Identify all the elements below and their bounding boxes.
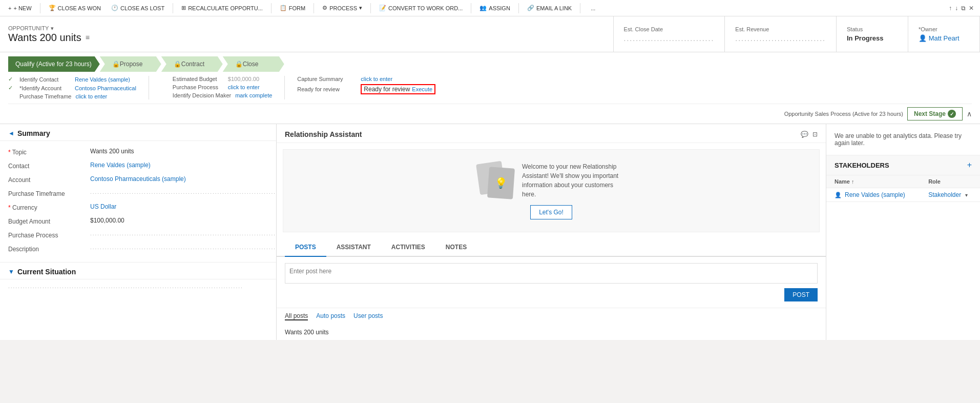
purchase-timeframe-value[interactable]: click to enter xyxy=(75,93,107,99)
toolbar-separator-4 xyxy=(314,3,314,13)
tab-notes[interactable]: NOTES xyxy=(435,238,477,257)
topic-label: Topic xyxy=(8,148,90,156)
tab-activities[interactable]: ACTIVITIES xyxy=(381,238,435,257)
close-as-lost-button[interactable]: 🕐 CLOSE AS LOST xyxy=(107,3,169,13)
execute-value[interactable]: Execute xyxy=(412,86,432,92)
post-input[interactable] xyxy=(285,263,818,284)
next-stage-check-icon: ✓ xyxy=(948,110,956,118)
toolbar-separator xyxy=(40,3,40,13)
lets-go-button[interactable]: Let's Go! xyxy=(530,205,572,219)
execute-highlight-box: Ready for review Execute xyxy=(361,84,435,94)
email-link-button[interactable]: 🔗 EMAIL A LINK xyxy=(523,3,576,13)
welcome-text: Welcome to your new Relationship Assista… xyxy=(522,162,624,199)
identify-account-value[interactable]: Contoso Pharmaceutical xyxy=(75,85,136,91)
post-entry: Wants 200 units xyxy=(277,325,826,340)
capture-summary-value[interactable]: click to enter xyxy=(361,76,392,82)
stakeholders-name-column-header: Name ↑ xyxy=(826,175,920,188)
filter-auto-posts[interactable]: Auto posts xyxy=(316,312,345,320)
collapse-process-button[interactable]: ∧ xyxy=(967,110,972,118)
currency-label: Currency xyxy=(8,203,90,211)
process-footer-text: Opportunity Sales Process (Active for 23… xyxy=(784,111,903,117)
stage-contract[interactable]: 🔒 Contract xyxy=(161,56,223,72)
entity-dropdown-icon: ▾ xyxy=(51,25,54,32)
tab-assistant[interactable]: ASSISTANT xyxy=(326,238,381,257)
restore-button[interactable]: ⧉ xyxy=(961,5,966,12)
stage-close[interactable]: 🔒 Close xyxy=(223,56,284,72)
post-area: POST xyxy=(277,257,826,308)
next-stage-button[interactable]: Next Stage ✓ xyxy=(907,107,963,120)
check-icon-1: ✓ xyxy=(8,76,15,83)
budget-amount-value: $100,000.00 xyxy=(90,217,268,224)
process-dropdown-icon: ▾ xyxy=(359,5,362,11)
more-button[interactable]: ... xyxy=(587,3,599,13)
menu-icon[interactable]: ≡ xyxy=(86,33,90,42)
decision-maker-value[interactable]: mark complete xyxy=(235,92,272,98)
grid-icon: ⊞ xyxy=(181,5,186,11)
convert-icon: 📝 xyxy=(379,5,386,11)
stage-qualify[interactable]: Qualify (Active for 23 hours) xyxy=(8,56,100,72)
account-value[interactable]: Contoso Pharmaceuticals (sample) xyxy=(90,175,268,183)
record-title: Wants 200 units ≡ xyxy=(8,32,605,44)
current-situation-value: ........................................… xyxy=(8,284,268,289)
assign-button[interactable]: 👥 ASSIGN xyxy=(475,3,514,13)
convert-button[interactable]: 📝 CONVERT TO WORK ORD... xyxy=(375,3,467,13)
owner-value[interactable]: 👤 Matt Peart xyxy=(919,34,969,42)
welcome-row: 💡 Welcome to your new Relationship Assis… xyxy=(478,162,624,199)
expand-icon[interactable]: ⊡ xyxy=(812,131,818,138)
process-col-3: Capture Summary click to enter Ready for… xyxy=(284,76,448,99)
tab-posts[interactable]: POSTS xyxy=(285,238,326,257)
check-icon-2: ✓ xyxy=(8,85,15,91)
stakeholder-avatar-icon: 👤 xyxy=(835,192,842,198)
welcome-icon-area: 💡 xyxy=(478,163,514,198)
topic-value: Wants 200 units xyxy=(90,148,268,155)
purchase-process-value[interactable]: click to enter xyxy=(228,84,260,90)
stakeholder-role-cell: Stakeholder ▾ xyxy=(920,188,980,202)
scroll-up-button[interactable]: ↑ xyxy=(949,5,952,12)
stakeholders-role-column-header: Role xyxy=(920,175,980,188)
lock-icon-propose: 🔒 xyxy=(112,61,120,68)
identify-account-label: *Identify Account xyxy=(19,85,71,91)
form-row-description: Description ............................… xyxy=(8,242,268,256)
filter-all-posts[interactable]: All posts xyxy=(285,312,308,320)
est-close-date-field: Est. Close Date ........................… xyxy=(614,16,725,52)
stakeholder-role-dropdown-icon[interactable]: ▾ xyxy=(965,192,968,198)
toolbar-separator-7 xyxy=(518,3,519,13)
header-area: OPPORTUNITY ▾ Wants 200 units ≡ Est. Clo… xyxy=(0,16,980,52)
analytics-message: We are unable to get analytics data. Ple… xyxy=(826,124,980,155)
identify-contact-value[interactable]: Rene Valdes (sample) xyxy=(75,76,130,83)
current-situation-collapse-icon[interactable]: ▼ xyxy=(8,268,14,275)
filter-user-posts[interactable]: User posts xyxy=(353,312,383,320)
toolbar-separator-5 xyxy=(370,3,371,13)
contact-value[interactable]: Rene Valdes (sample) xyxy=(90,162,268,169)
process-fields: ✓ Identify Contact Rene Valdes (sample) … xyxy=(8,76,972,104)
new-button[interactable]: + + NEW xyxy=(4,3,36,13)
stakeholder-role-value[interactable]: Stakeholder xyxy=(928,191,961,198)
process-field-purchase-process: Purchase Process click to enter xyxy=(161,84,272,90)
contact-label: Contact xyxy=(8,162,90,170)
form-row-currency: Currency US Dollar xyxy=(8,200,268,214)
chat-icon[interactable]: 💬 xyxy=(801,131,808,138)
entity-label[interactable]: OPPORTUNITY ▾ xyxy=(8,25,605,32)
form-icon: 📋 xyxy=(280,5,287,11)
post-button[interactable]: POST xyxy=(784,288,818,301)
stakeholder-name-link[interactable]: 👤 Rene Valdes (sample) xyxy=(835,191,912,198)
stage-steps: Qualify (Active for 23 hours) 🔒 Propose … xyxy=(8,56,972,72)
form-button[interactable]: 📋 FORM xyxy=(276,3,309,13)
stage-contract-label: Contract xyxy=(181,61,204,68)
recalculate-button[interactable]: ⊞ RECALCULATE OPPORTU... xyxy=(177,3,267,13)
summary-collapse-icon[interactable]: ◄ xyxy=(8,130,14,137)
right-panel: We are unable to get analytics data. Ple… xyxy=(826,124,980,340)
process-col-1: ✓ Identify Contact Rene Valdes (sample) … xyxy=(8,76,149,99)
stage-propose[interactable]: 🔒 Propose xyxy=(100,56,161,72)
close-as-won-button[interactable]: 🏆 CLOSE AS WON xyxy=(45,3,105,13)
scroll-down-button[interactable]: ↓ xyxy=(955,5,958,12)
currency-value[interactable]: US Dollar xyxy=(90,203,268,210)
add-stakeholder-button[interactable]: + xyxy=(967,160,972,170)
account-label: Account xyxy=(8,175,90,184)
assign-icon: 👥 xyxy=(479,5,487,11)
toolbar: + + NEW 🏆 CLOSE AS WON 🕐 CLOSE AS LOST ⊞… xyxy=(0,0,980,16)
process-button[interactable]: ⚙ PROCESS ▾ xyxy=(318,3,366,13)
stakeholders-table-header-row: Name ↑ Role xyxy=(826,175,980,188)
form-row-purchase-timeframe-summary: Purchase Timeframe .....................… xyxy=(8,187,268,200)
close-button[interactable]: ✕ xyxy=(969,5,974,12)
